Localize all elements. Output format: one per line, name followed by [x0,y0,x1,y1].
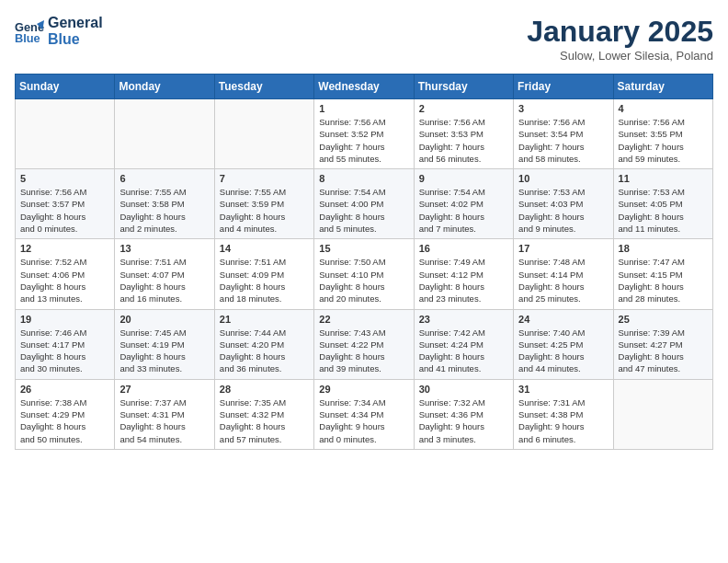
calendar-week-row: 1Sunrise: 7:56 AM Sunset: 3:52 PM Daylig… [16,99,713,169]
calendar-cell: 9Sunrise: 7:54 AM Sunset: 4:02 PM Daylig… [414,169,513,239]
day-number: 24 [518,314,608,325]
day-number: 25 [619,314,708,325]
day-info: Sunrise: 7:44 AM Sunset: 4:20 PM Dayligh… [220,327,309,375]
day-info: Sunrise: 7:56 AM Sunset: 3:54 PM Dayligh… [518,116,608,165]
day-number: 30 [419,384,508,395]
day-info: Sunrise: 7:38 AM Sunset: 4:29 PM Dayligh… [20,396,109,445]
logo: General Blue General Blue [15,15,103,47]
day-number: 28 [220,384,309,395]
day-info: Sunrise: 7:37 AM Sunset: 4:31 PM Dayligh… [119,396,209,445]
day-info: Sunrise: 7:40 AM Sunset: 4:25 PM Dayligh… [518,327,608,375]
calendar-cell: 16Sunrise: 7:49 AM Sunset: 4:12 PM Dayli… [414,239,513,309]
day-number: 17 [518,243,608,254]
calendar-cell: 14Sunrise: 7:51 AM Sunset: 4:09 PM Dayli… [214,239,313,309]
calendar-cell: 4Sunrise: 7:56 AM Sunset: 3:55 PM Daylig… [613,99,712,169]
calendar-cell: 8Sunrise: 7:54 AM Sunset: 4:00 PM Daylig… [314,169,414,239]
day-number: 27 [119,384,209,395]
calendar-week-row: 19Sunrise: 7:46 AM Sunset: 4:17 PM Dayli… [16,309,713,379]
calendar-week-row: 26Sunrise: 7:38 AM Sunset: 4:29 PM Dayli… [16,379,713,449]
calendar-week-row: 12Sunrise: 7:52 AM Sunset: 4:06 PM Dayli… [16,239,713,309]
calendar-header-row: SundayMondayTuesdayWednesdayThursdayFrid… [16,75,713,99]
day-number: 26 [20,384,109,395]
day-header-wednesday: Wednesday [314,75,414,99]
day-info: Sunrise: 7:56 AM Sunset: 3:52 PM Dayligh… [319,116,408,165]
day-info: Sunrise: 7:53 AM Sunset: 4:05 PM Dayligh… [619,186,708,235]
day-number: 7 [220,173,309,184]
calendar-cell: 5Sunrise: 7:56 AM Sunset: 3:57 PM Daylig… [16,169,115,239]
day-info: Sunrise: 7:46 AM Sunset: 4:17 PM Dayligh… [20,327,109,375]
day-header-saturday: Saturday [613,75,712,99]
calendar-cell [115,99,214,169]
title-block: January 2025 Sulow, Lower Silesia, Polan… [527,15,713,63]
day-number: 18 [619,243,708,254]
day-number: 9 [419,173,508,184]
day-info: Sunrise: 7:49 AM Sunset: 4:12 PM Dayligh… [419,256,508,304]
calendar-cell: 26Sunrise: 7:38 AM Sunset: 4:29 PM Dayli… [16,379,115,449]
day-number: 23 [419,314,508,325]
day-number: 2 [419,103,508,114]
day-info: Sunrise: 7:32 AM Sunset: 4:36 PM Dayligh… [419,396,508,445]
calendar-week-row: 5Sunrise: 7:56 AM Sunset: 3:57 PM Daylig… [16,169,713,239]
day-info: Sunrise: 7:56 AM Sunset: 3:57 PM Dayligh… [20,186,109,235]
day-info: Sunrise: 7:56 AM Sunset: 3:53 PM Dayligh… [419,116,508,165]
day-info: Sunrise: 7:51 AM Sunset: 4:07 PM Dayligh… [119,256,209,304]
day-header-monday: Monday [115,75,214,99]
calendar-cell: 10Sunrise: 7:53 AM Sunset: 4:03 PM Dayli… [514,169,613,239]
day-info: Sunrise: 7:47 AM Sunset: 4:15 PM Dayligh… [619,256,708,304]
day-number: 3 [518,103,608,114]
day-number: 4 [619,103,708,114]
page-header: General Blue General Blue January 2025 S… [15,15,713,63]
day-info: Sunrise: 7:56 AM Sunset: 3:55 PM Dayligh… [619,116,708,165]
calendar-cell: 11Sunrise: 7:53 AM Sunset: 4:05 PM Dayli… [613,169,712,239]
day-info: Sunrise: 7:43 AM Sunset: 4:22 PM Dayligh… [319,327,408,375]
day-number: 10 [518,173,608,184]
calendar-cell [613,379,712,449]
day-info: Sunrise: 7:51 AM Sunset: 4:09 PM Dayligh… [220,256,309,304]
calendar-cell: 15Sunrise: 7:50 AM Sunset: 4:10 PM Dayli… [314,239,414,309]
calendar-cell: 12Sunrise: 7:52 AM Sunset: 4:06 PM Dayli… [16,239,115,309]
calendar-cell: 30Sunrise: 7:32 AM Sunset: 4:36 PM Dayli… [414,379,513,449]
day-number: 21 [220,314,309,325]
day-number: 31 [518,384,608,395]
calendar-cell [16,99,115,169]
calendar-cell: 29Sunrise: 7:34 AM Sunset: 4:34 PM Dayli… [314,379,414,449]
calendar-cell: 17Sunrise: 7:48 AM Sunset: 4:14 PM Dayli… [514,239,613,309]
day-info: Sunrise: 7:42 AM Sunset: 4:24 PM Dayligh… [419,327,508,375]
calendar-cell: 19Sunrise: 7:46 AM Sunset: 4:17 PM Dayli… [16,309,115,379]
day-info: Sunrise: 7:31 AM Sunset: 4:38 PM Dayligh… [518,396,608,445]
calendar-cell: 7Sunrise: 7:55 AM Sunset: 3:59 PM Daylig… [214,169,313,239]
day-number: 19 [20,314,109,325]
calendar-cell: 31Sunrise: 7:31 AM Sunset: 4:38 PM Dayli… [514,379,613,449]
month-title: January 2025 [527,15,713,49]
calendar-cell: 20Sunrise: 7:45 AM Sunset: 4:19 PM Dayli… [115,309,214,379]
day-number: 29 [319,384,408,395]
calendar-cell: 6Sunrise: 7:55 AM Sunset: 3:58 PM Daylig… [115,169,214,239]
day-number: 16 [419,243,508,254]
day-info: Sunrise: 7:52 AM Sunset: 4:06 PM Dayligh… [20,256,109,304]
day-info: Sunrise: 7:55 AM Sunset: 3:59 PM Dayligh… [220,186,309,235]
calendar-cell: 25Sunrise: 7:39 AM Sunset: 4:27 PM Dayli… [613,309,712,379]
logo-line1: General [48,15,103,31]
day-number: 20 [119,314,209,325]
day-header-sunday: Sunday [16,75,115,99]
day-number: 1 [319,103,408,114]
day-header-thursday: Thursday [414,75,513,99]
location-subtitle: Sulow, Lower Silesia, Poland [527,49,713,63]
day-info: Sunrise: 7:53 AM Sunset: 4:03 PM Dayligh… [518,186,608,235]
svg-text:Blue: Blue [15,31,40,45]
day-number: 6 [119,173,209,184]
calendar-cell: 27Sunrise: 7:37 AM Sunset: 4:31 PM Dayli… [115,379,214,449]
calendar-table: SundayMondayTuesdayWednesdayThursdayFrid… [15,74,713,450]
day-info: Sunrise: 7:54 AM Sunset: 4:00 PM Dayligh… [319,186,408,235]
day-info: Sunrise: 7:34 AM Sunset: 4:34 PM Dayligh… [319,396,408,445]
calendar-cell: 18Sunrise: 7:47 AM Sunset: 4:15 PM Dayli… [613,239,712,309]
day-number: 5 [20,173,109,184]
day-header-tuesday: Tuesday [214,75,313,99]
day-info: Sunrise: 7:50 AM Sunset: 4:10 PM Dayligh… [319,256,408,304]
calendar-cell: 2Sunrise: 7:56 AM Sunset: 3:53 PM Daylig… [414,99,513,169]
day-number: 14 [220,243,309,254]
calendar-cell: 28Sunrise: 7:35 AM Sunset: 4:32 PM Dayli… [214,379,313,449]
day-info: Sunrise: 7:48 AM Sunset: 4:14 PM Dayligh… [518,256,608,304]
day-info: Sunrise: 7:54 AM Sunset: 4:02 PM Dayligh… [419,186,508,235]
day-info: Sunrise: 7:35 AM Sunset: 4:32 PM Dayligh… [220,396,309,445]
